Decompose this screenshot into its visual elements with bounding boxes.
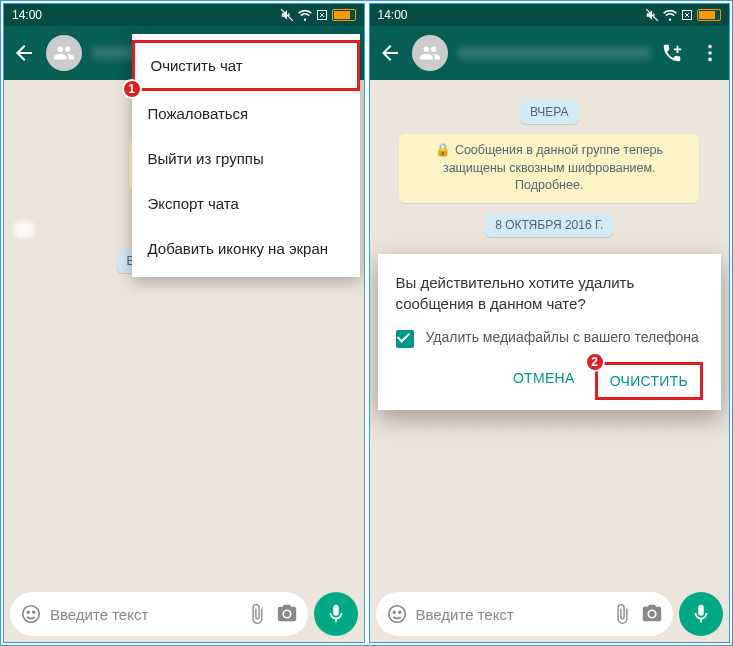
menu-exit-group[interactable]: Выйти из группы (132, 136, 360, 181)
svg-point-2 (23, 606, 40, 623)
group-avatar[interactable] (46, 35, 82, 71)
add-call-icon[interactable] (661, 42, 683, 64)
input-placeholder: Введите текст (416, 606, 604, 623)
mic-icon (325, 603, 347, 625)
svg-point-9 (708, 58, 712, 62)
emoji-icon[interactable] (20, 603, 42, 625)
camera-icon[interactable] (641, 603, 663, 625)
mute-icon (280, 8, 294, 22)
message-input[interactable]: Введите текст (10, 592, 308, 636)
attach-icon[interactable] (611, 603, 633, 625)
annotation-badge-1: 1 (122, 79, 142, 99)
message-bubble-blurred (14, 221, 34, 239)
svg-point-10 (388, 606, 405, 623)
cancel-button[interactable]: ОТМЕНА (501, 362, 587, 400)
menu-clear-chat[interactable]: Очистить чат (132, 40, 360, 91)
confirm-clear-button[interactable]: ОЧИСТИТЬ (595, 362, 703, 400)
chat-header (370, 26, 730, 80)
emoji-icon[interactable] (386, 603, 408, 625)
phone-left: 14:00 🔒 Сообще защищены Вы (3, 3, 365, 643)
dialog-title: Вы действительно хотите удалить сообщени… (396, 272, 704, 314)
delete-media-checkbox[interactable] (396, 330, 414, 348)
mic-button[interactable] (314, 592, 358, 636)
wifi-icon (298, 8, 312, 22)
delete-media-label: Удалить медиафайлы с вашего телефона (426, 328, 699, 348)
group-icon (53, 42, 75, 64)
encryption-notice[interactable]: 🔒 Сообщения в данной группе теперь защищ… (399, 134, 699, 203)
phone-right: 14:00 ВЧЕРА 🔒 Соо (369, 3, 731, 643)
menu-export-chat[interactable]: Экспорт чата (132, 181, 360, 226)
menu-add-shortcut[interactable]: Добавить иконку на экран (132, 226, 360, 271)
mic-icon (690, 603, 712, 625)
message-input-bar: Введите текст (370, 586, 730, 642)
date-chip: 8 ОКТЯБРЯ 2016 Г. (485, 213, 613, 237)
back-icon[interactable] (12, 41, 36, 65)
more-icon[interactable] (699, 42, 721, 64)
battery-icon (697, 9, 721, 21)
menu-report[interactable]: Пожаловаться (132, 91, 360, 136)
mute-icon (645, 8, 659, 22)
overflow-menu: Очистить чат 1 Пожаловаться Выйти из гру… (132, 34, 360, 277)
svg-point-7 (708, 45, 712, 49)
svg-point-8 (708, 51, 712, 55)
status-time: 14:00 (378, 8, 408, 22)
date-chip-yesterday: ВЧЕРА (520, 100, 579, 124)
status-bar: 14:00 (370, 4, 730, 26)
svg-point-4 (33, 611, 35, 613)
svg-point-3 (27, 611, 29, 613)
input-placeholder: Введите текст (50, 606, 238, 623)
svg-point-12 (398, 611, 400, 613)
battery-icon (332, 9, 356, 21)
clear-chat-dialog: Вы действительно хотите удалить сообщени… (378, 254, 722, 410)
x-icon (316, 9, 328, 21)
group-avatar[interactable] (412, 35, 448, 71)
back-icon[interactable] (378, 41, 402, 65)
svg-point-11 (393, 611, 395, 613)
status-time: 14:00 (12, 8, 42, 22)
status-bar: 14:00 (4, 4, 364, 26)
mic-button[interactable] (679, 592, 723, 636)
x-icon (681, 9, 693, 21)
chat-title-blurred[interactable] (458, 46, 652, 60)
wifi-icon (663, 8, 677, 22)
attach-icon[interactable] (246, 603, 268, 625)
camera-icon[interactable] (276, 603, 298, 625)
message-input[interactable]: Введите текст (376, 592, 674, 636)
annotation-badge-2: 2 (585, 352, 605, 372)
group-icon (419, 42, 441, 64)
message-input-bar: Введите текст (4, 586, 364, 642)
